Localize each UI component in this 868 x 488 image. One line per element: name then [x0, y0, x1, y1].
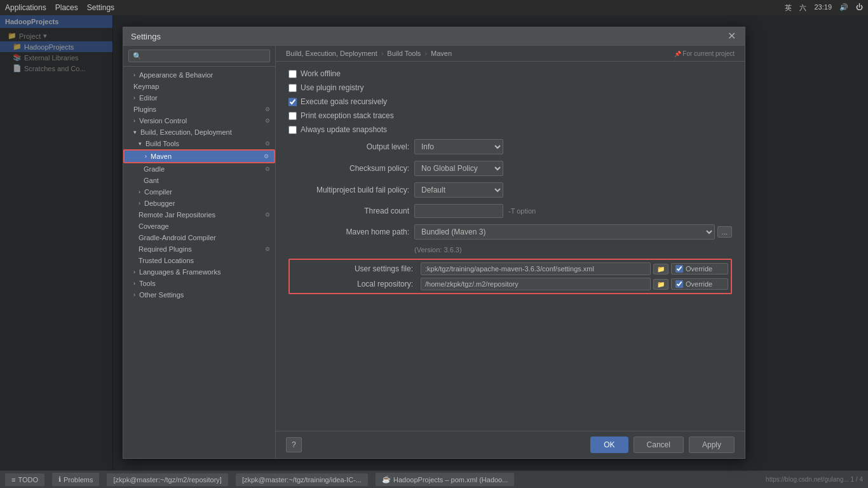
taskbar-bottom: ≡ TODO ℹ Problems [zkpk@master:~/tgz/m2/…: [0, 470, 868, 488]
user-settings-override-checkbox[interactable]: [675, 265, 683, 273]
checksum-policy-select[interactable]: No Global Policy Fail Warn: [414, 161, 503, 176]
sidebar-item-debugger[interactable]: › Debugger: [123, 198, 275, 209]
tab-terminal1[interactable]: [zkpk@master:~/tgz/m2/repository]: [107, 473, 227, 486]
apply-button[interactable]: Apply: [689, 437, 735, 453]
sidebar-item-trusted-locations[interactable]: Trusted Locations: [123, 255, 275, 266]
maven-home-select[interactable]: Bundled (Maven 3) Use Maven wrapper: [414, 224, 715, 240]
sidebar-item-editor[interactable]: › Editor: [123, 92, 275, 104]
settings-icon: ⚙: [265, 106, 270, 112]
work-offline-text: Work offline: [301, 69, 341, 78]
problems-icon: ℹ: [58, 475, 61, 484]
close-button[interactable]: ✕: [726, 31, 737, 41]
nav-label: Tools: [139, 280, 156, 287]
maven-home-row: Maven home path: Bundled (Maven 3) Use M…: [288, 224, 732, 240]
sidebar-item-gradle-android[interactable]: Gradle-Android Compiler: [123, 232, 275, 243]
nav-label: Keymap: [133, 83, 159, 90]
sidebar-item-gradle[interactable]: Gradle ⚙: [123, 163, 275, 175]
sidebar-item-build[interactable]: ▾ Build, Execution, Deployment: [123, 126, 275, 138]
footer-buttons: OK Cancel Apply: [590, 437, 735, 453]
print-exception-text: Print exception stack traces: [301, 111, 394, 120]
local-repo-browse-button[interactable]: 📁: [653, 279, 668, 290]
always-update-checkbox[interactable]: [288, 126, 297, 134]
nav-label: Coverage: [139, 222, 169, 230]
work-offline-checkbox[interactable]: [288, 70, 297, 78]
sidebar-item-appearance[interactable]: › Appearance & Behavior: [123, 69, 275, 81]
time-display: 23:19: [814, 3, 832, 13]
arrow-icon: ›: [133, 72, 135, 78]
maven-home-controls: Bundled (Maven 3) Use Maven wrapper ...: [414, 224, 732, 240]
sidebar-item-keymap[interactable]: Keymap: [123, 81, 275, 92]
execute-goals-row: Execute goals recursively: [288, 97, 732, 106]
dialog-body: › Appearance & Behavior Keymap › Editor …: [123, 46, 745, 458]
local-repo-input[interactable]: [421, 278, 651, 290]
multiproject-policy-select[interactable]: Default Fail At End Never Fail Fail Fast: [414, 182, 503, 198]
cancel-button[interactable]: Cancel: [634, 437, 684, 453]
search-input[interactable]: [128, 50, 270, 62]
settings-icon: ⚙: [265, 118, 270, 124]
always-update-label[interactable]: Always update snapshots: [288, 125, 387, 134]
work-offline-label[interactable]: Work offline: [288, 69, 341, 78]
thread-count-hint: -T option: [508, 207, 536, 215]
ok-button[interactable]: OK: [590, 437, 628, 453]
sidebar-item-compiler[interactable]: › Compiler: [123, 186, 275, 198]
nav-label: Editor: [139, 94, 158, 102]
volume-icon[interactable]: 🔊: [839, 3, 848, 13]
execute-goals-label[interactable]: Execute goals recursively: [288, 97, 387, 106]
sys-info: 英 六 23:19 🔊 ⏻: [785, 3, 863, 13]
breadcrumb-part2: Build Tools: [387, 50, 421, 57]
maven-home-browse-button[interactable]: ...: [717, 226, 732, 238]
tab-project[interactable]: ☕ HadoopProjects – pom.xml (Hadoo...: [376, 473, 514, 486]
todo-label: TODO: [18, 476, 38, 484]
settings-icon: ⚙: [265, 166, 270, 172]
thread-count-label: Thread count: [288, 207, 409, 215]
print-exception-label[interactable]: Print exception stack traces: [288, 111, 394, 120]
arrow-icon: ▾: [139, 140, 142, 147]
local-repo-override-checkbox[interactable]: [675, 280, 683, 288]
dialog-sidebar: › Appearance & Behavior Keymap › Editor …: [123, 46, 276, 458]
override-section: User settings file: 📁 Override Lo: [288, 259, 732, 294]
sidebar-item-gant[interactable]: Gant: [123, 175, 275, 186]
tab-todo[interactable]: ≡ TODO: [5, 473, 44, 486]
project-tab-icon: ☕: [382, 475, 391, 484]
arrow-icon: ›: [139, 200, 140, 207]
thread-count-input[interactable]: [414, 204, 503, 218]
tab-problems[interactable]: ℹ Problems: [52, 473, 99, 486]
sidebar-item-remote-jar[interactable]: Remote Jar Repositories ⚙: [123, 209, 275, 220]
use-plugin-registry-checkbox[interactable]: [288, 84, 297, 92]
sidebar-item-other[interactable]: › Other Settings: [123, 289, 275, 301]
settings-dialog: Settings ✕ › Appearance & Behavior: [123, 27, 745, 459]
applications-menu[interactable]: Applications: [5, 3, 46, 12]
settings-menu[interactable]: Settings: [87, 3, 114, 12]
local-repo-label: Local repository:: [292, 280, 413, 288]
sidebar-item-tools[interactable]: › Tools: [123, 278, 275, 289]
help-button[interactable]: ?: [286, 437, 302, 452]
sidebar-item-required-plugins[interactable]: Required Plugins ⚙: [123, 243, 275, 255]
nav-label: Gradle: [144, 165, 165, 173]
user-settings-browse-button[interactable]: 📁: [653, 264, 668, 274]
execute-goals-checkbox[interactable]: [288, 98, 297, 106]
always-update-text: Always update snapshots: [301, 125, 387, 134]
places-menu[interactable]: Places: [55, 3, 78, 12]
output-level-select[interactable]: Info Debug Warning Error: [414, 139, 503, 154]
sidebar-item-maven[interactable]: › Maven ⚙: [123, 149, 275, 163]
local-repo-override-label[interactable]: Override: [686, 280, 712, 288]
maven-version-info: (Version: 3.6.3): [414, 246, 732, 254]
ide-area: HadoopProjects 📁 Project ▾ 📁 HadoopProje…: [0, 15, 868, 470]
use-plugin-registry-label[interactable]: Use plugin registry: [288, 83, 363, 92]
sidebar-item-languages[interactable]: › Languages & Frameworks: [123, 266, 275, 278]
multiproject-policy-row: Multiproject build fail policy: Default …: [288, 182, 732, 198]
user-settings-input[interactable]: [421, 262, 651, 275]
sidebar-item-vcs[interactable]: › Version Control ⚙: [123, 115, 275, 126]
arrow-icon: ›: [133, 269, 135, 275]
user-settings-override-label[interactable]: Override: [686, 265, 712, 273]
sidebar-item-build-tools[interactable]: ▾ Build Tools ⚙: [123, 138, 275, 149]
tab-terminal2[interactable]: [zkpk@master:~/tgz/training/idea-IC-...: [236, 473, 368, 486]
arrow-icon: ›: [133, 118, 135, 124]
arrow-icon: ▾: [133, 129, 137, 135]
project-tab-label: HadoopProjects – pom.xml (Hadoo...: [393, 476, 508, 484]
terminal2-label: [zkpk@master:~/tgz/training/idea-IC-...: [242, 476, 362, 484]
power-icon[interactable]: ⏻: [856, 3, 863, 13]
sidebar-item-plugins[interactable]: Plugins ⚙: [123, 104, 275, 115]
print-exception-checkbox[interactable]: [288, 112, 297, 120]
sidebar-item-coverage[interactable]: Coverage: [123, 220, 275, 232]
